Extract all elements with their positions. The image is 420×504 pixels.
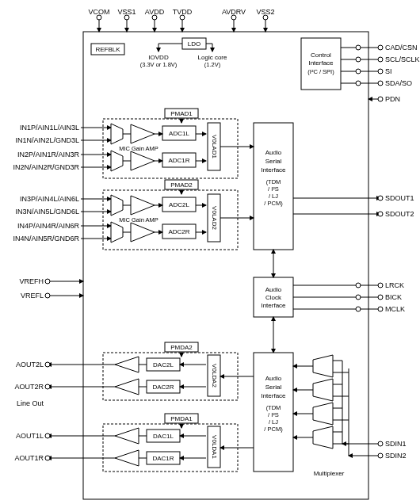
asi-dac-n3: / LJ	[269, 418, 278, 426]
control-note: (I²C / SPI)	[307, 68, 334, 75]
svg-point-75	[356, 283, 361, 288]
pin-avdd: AVDD	[145, 8, 165, 16]
svg-point-5	[152, 15, 157, 20]
svg-point-130	[378, 453, 383, 458]
asi-dac-n1: (TDM	[266, 404, 281, 411]
asi-dac-l2: Serial	[265, 384, 282, 391]
asi-adc-l1: Audio	[265, 149, 282, 156]
pin-aout1l: AOUT1L	[16, 432, 44, 440]
iovdd-label: IOVDD	[148, 54, 169, 61]
pin-aout2r: AOUT2R	[14, 383, 44, 391]
svg-point-23	[356, 69, 361, 74]
svg-point-18	[378, 45, 383, 50]
svg-point-110	[45, 456, 50, 460]
svg-point-79	[378, 295, 383, 300]
svg-point-21	[378, 57, 383, 62]
asi-dac-l1: Audio	[265, 375, 282, 382]
pin-in3n: IN3N/AIN5L/GND6L	[15, 208, 79, 216]
adc2r-label: ADC2R	[168, 228, 189, 235]
asi-adc-n4: / PCM)	[264, 200, 283, 207]
svg-point-24	[378, 69, 383, 74]
asi-adc-n1: (TDM	[266, 178, 281, 185]
pin-mclk: MCLK	[385, 305, 405, 313]
refblk-label: REFBLK	[95, 46, 120, 53]
pin-in3p: IN3P/AIN4L/AIN6L	[20, 195, 79, 203]
asi-adc-n2: / I²S	[268, 185, 279, 193]
pin-sda: SDA/SO	[385, 79, 412, 87]
svg-point-20	[356, 57, 361, 62]
pmda1-label: PMDA1	[170, 415, 193, 422]
pin-aout2l: AOUT2L	[16, 361, 44, 368]
pin-pdn: PDN	[385, 95, 400, 103]
svg-point-7	[180, 15, 185, 20]
clock-l1: Audio	[265, 286, 282, 293]
pin-in1n: IN1N/AIN2L/GND3L	[15, 136, 79, 144]
volda2-label: V0LDA2	[211, 364, 218, 388]
pin-sdin2: SDIN2	[385, 452, 407, 460]
svg-point-71	[45, 293, 50, 298]
volad1-label: V0LAD1	[211, 135, 218, 158]
svg-point-11	[263, 15, 268, 20]
svg-point-76	[378, 283, 383, 288]
svg-point-69	[45, 279, 50, 284]
pin-in2p: IN2P/AIN1R/AIN3R	[17, 151, 80, 158]
svg-point-26	[356, 81, 361, 86]
pin-lrck: LRCK	[385, 281, 404, 289]
pin-sdout1: SDOUT1	[385, 194, 414, 202]
pin-tvdd: TVDD	[173, 8, 193, 16]
pmda2-label: PMDA2	[170, 344, 193, 351]
svg-point-108	[45, 433, 50, 438]
svg-point-9	[231, 15, 236, 20]
pin-sdout2: SDOUT2	[385, 210, 414, 218]
volda1-label: V0LDA1	[211, 435, 218, 459]
line-out-label: Line Out	[17, 399, 44, 407]
asi-adc-l2: Serial	[265, 158, 282, 165]
svg-point-67	[378, 212, 383, 216]
pin-in2n: IN2N/AIN2R/GND3R	[13, 163, 79, 171]
svg-point-81	[356, 307, 361, 311]
top-pins: VCOM VSS1 AVDD TVDD AVDRV VSS2	[89, 8, 275, 32]
ldo-label: LDO	[188, 40, 200, 48]
clock-l2: Clock	[265, 294, 282, 301]
svg-point-17	[356, 45, 361, 50]
pin-in1p: IN1P/AIN1L/AIN3L	[20, 124, 79, 132]
pin-in4n: IN4N/AIN5R/GND6R	[13, 235, 79, 242]
svg-point-94	[45, 362, 50, 367]
pmad1-label: PMAD1	[170, 110, 193, 117]
pin-si: SI	[385, 67, 392, 75]
svg-point-96	[45, 384, 50, 389]
pin-vrefh: VREFH	[19, 277, 44, 285]
svg-point-1	[97, 15, 101, 20]
adc1l-label: ADC1L	[169, 130, 189, 137]
svg-point-27	[378, 81, 383, 86]
dac2r-label: DAC2R	[152, 384, 174, 391]
svg-point-29	[378, 97, 383, 101]
pin-sdin1: SDIN1	[385, 440, 407, 448]
asi-adc-l3: Interface	[261, 166, 286, 174]
svg-point-128	[378, 441, 383, 446]
pin-cad: CAD/CSN	[385, 44, 418, 52]
pmad2-label: PMAD2	[170, 181, 193, 189]
pin-vrefl: VREFL	[21, 292, 44, 300]
logiccore-label: Logic core	[198, 54, 227, 61]
asi-adc-n3: / LJ	[269, 193, 278, 200]
asi-dac-n4: / PCM)	[264, 426, 283, 433]
clock-l3: Interface	[261, 302, 286, 309]
pin-bick: BICK	[385, 293, 402, 301]
svg-point-3	[124, 15, 129, 20]
svg-point-65	[378, 196, 383, 200]
mic-amp-2: MIC Gain AMP	[119, 216, 158, 223]
pin-in4p: IN4P/AIN4R/AIN6R	[17, 222, 80, 230]
dac1l-label: DAC1L	[153, 433, 174, 440]
logiccore-note: (1.2V)	[204, 61, 221, 68]
pin-aout1r: AOUT1R	[14, 454, 44, 462]
mic-amp-1: MIC Gain AMP	[119, 145, 158, 152]
mux-label: Multiplexer	[314, 470, 345, 477]
svg-point-78	[356, 295, 361, 300]
dac1r-label: DAC1R	[152, 455, 174, 462]
asi-dac-n2: / I²S	[268, 411, 279, 418]
adc1r-label: ADC1R	[168, 157, 189, 164]
asi-dac-l3: Interface	[261, 392, 286, 399]
svg-point-82	[378, 307, 383, 311]
volad2-label: V0LAD2	[211, 206, 218, 230]
